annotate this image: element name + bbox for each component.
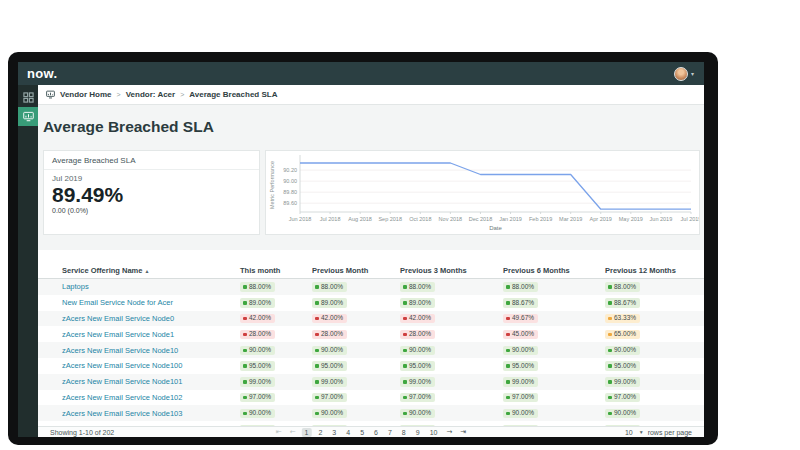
sort-ascending-icon: ▲ bbox=[144, 268, 149, 274]
page-number-3[interactable]: 3 bbox=[329, 428, 339, 437]
status-dot-icon bbox=[243, 301, 247, 305]
user-menu[interactable]: ▾ bbox=[674, 67, 694, 81]
service-offering-link[interactable]: zAcers New Email Service Node102 bbox=[62, 393, 240, 402]
left-icon-sidebar bbox=[18, 85, 38, 437]
status-dot-icon bbox=[506, 396, 510, 400]
pagination: ⇤←12345678910→⇥ bbox=[274, 428, 468, 437]
service-offering-link[interactable]: zAcers New Email Service Node100 bbox=[62, 361, 240, 370]
table-row: zAcers New Email Service Node10199.00%99… bbox=[38, 374, 704, 390]
status-dot-icon bbox=[403, 380, 407, 384]
metric-badge-good: 89.00% bbox=[400, 298, 435, 308]
page-number-4[interactable]: 4 bbox=[343, 428, 353, 437]
now-logo: now. bbox=[27, 67, 57, 80]
breadcrumb-vendor-acer[interactable]: Vendor: Acer bbox=[126, 90, 176, 99]
status-dot-icon bbox=[506, 380, 510, 384]
status-dot-icon bbox=[608, 364, 612, 368]
sidebar-item-performance-analytics[interactable] bbox=[18, 107, 38, 126]
page-number-1[interactable]: 1 bbox=[302, 428, 312, 437]
kpi-value: 89.49% bbox=[52, 184, 251, 206]
sidebar-item-apps[interactable] bbox=[18, 88, 38, 107]
status-dot-icon bbox=[608, 349, 612, 353]
page-number-7[interactable]: 7 bbox=[385, 428, 395, 437]
metric-badge-good: 88.67% bbox=[503, 298, 538, 308]
chevron-down-icon[interactable]: ▼ bbox=[639, 429, 644, 435]
service-offering-link[interactable]: zAcers New Email Service Node101 bbox=[62, 377, 240, 386]
status-dot-icon bbox=[243, 380, 247, 384]
last-page-button[interactable]: ⇥ bbox=[458, 428, 468, 436]
page-number-5[interactable]: 5 bbox=[357, 428, 367, 437]
service-offering-link[interactable]: Laptops bbox=[62, 282, 240, 291]
column-header-this-month[interactable]: This month bbox=[240, 266, 312, 275]
status-dot-icon bbox=[403, 396, 407, 400]
status-dot-icon bbox=[243, 349, 247, 353]
status-dot-icon bbox=[403, 364, 407, 368]
metric-badge-good: 89.00% bbox=[240, 298, 275, 308]
metric-badge-bad: 28.00% bbox=[312, 330, 347, 340]
svg-text:Feb 2019: Feb 2019 bbox=[529, 216, 552, 222]
svg-text:Jun 2019: Jun 2019 bbox=[650, 216, 673, 222]
rows-per-page-select[interactable]: 10 bbox=[623, 429, 635, 436]
svg-text:90.00: 90.00 bbox=[283, 178, 297, 184]
metric-badge-good: 95.00% bbox=[240, 361, 275, 371]
kpi-scorecard: Average Breached SLA Jul 2019 89.49% 0.0… bbox=[43, 150, 260, 235]
page-number-6[interactable]: 6 bbox=[371, 428, 381, 437]
page-number-9[interactable]: 9 bbox=[413, 428, 423, 437]
breadcrumb-average-breached-sla[interactable]: Average Breached SLA bbox=[189, 90, 277, 99]
metric-badge-good: 99.00% bbox=[503, 377, 538, 387]
metric-badge-bad: 42.00% bbox=[312, 314, 347, 324]
page-number-8[interactable]: 8 bbox=[399, 428, 409, 437]
breadcrumb: Vendor Home > Vendor: Acer > Average Bre… bbox=[38, 85, 704, 105]
status-dot-icon bbox=[403, 333, 407, 337]
next-page-button[interactable]: → bbox=[444, 428, 454, 436]
metric-badge-good: 97.00% bbox=[400, 393, 435, 403]
metric-badge-good: 95.00% bbox=[312, 361, 347, 371]
table-row: Laptops88.00%88.00%88.00%88.00%88.00% bbox=[38, 279, 704, 295]
table-row: New Email Service Node for Acer89.00%89.… bbox=[38, 295, 704, 311]
metric-badge-good: 95.00% bbox=[503, 361, 538, 371]
table-row: zAcers New Email Service Node10297.00%97… bbox=[38, 390, 704, 406]
svg-text:Oct 2018: Oct 2018 bbox=[409, 216, 431, 222]
status-dot-icon bbox=[315, 301, 319, 305]
user-avatar[interactable] bbox=[674, 67, 688, 81]
metric-badge-good: 90.00% bbox=[503, 346, 538, 356]
service-offering-link[interactable]: zAcers New Email Service Node10 bbox=[62, 346, 240, 355]
metric-badge-bad: 49.67% bbox=[503, 314, 538, 324]
metric-badge-good: 97.00% bbox=[240, 393, 275, 403]
column-header-previous-3-months[interactable]: Previous 3 Months bbox=[400, 266, 503, 275]
grid-icon bbox=[23, 92, 34, 103]
service-offering-link[interactable]: New Email Service Node for Acer bbox=[62, 298, 240, 307]
status-dot-icon bbox=[608, 396, 612, 400]
metric-performance-chart: 89.6089.8090.0090.20Jun 2018Jul 2018Aug … bbox=[265, 150, 700, 235]
breadcrumb-separator: > bbox=[117, 91, 121, 98]
column-header-previous-month[interactable]: Previous Month bbox=[312, 266, 400, 275]
table-row: zAcers New Email Service Node1090.00%90.… bbox=[38, 342, 704, 358]
page-number-2[interactable]: 2 bbox=[315, 428, 325, 437]
first-page-button[interactable]: ⇤ bbox=[274, 428, 284, 436]
column-header-previous-6-months[interactable]: Previous 6 Months bbox=[503, 266, 605, 275]
metric-badge-good: 99.00% bbox=[312, 377, 347, 387]
status-dot-icon bbox=[403, 301, 407, 305]
page-number-10[interactable]: 10 bbox=[427, 428, 441, 437]
status-dot-icon bbox=[315, 412, 319, 416]
breadcrumb-vendor-home[interactable]: Vendor Home bbox=[60, 90, 112, 99]
column-header-previous-12-months[interactable]: Previous 12 Months bbox=[605, 266, 704, 275]
showing-count-label: Showing 1-10 of 202 bbox=[50, 429, 114, 436]
metric-badge-warn: 63.33% bbox=[605, 314, 640, 324]
metric-badge-good: 88.00% bbox=[503, 282, 538, 292]
kpi-title: Average Breached SLA bbox=[44, 151, 259, 170]
service-offering-link[interactable]: zAcers New Email Service Node1 bbox=[62, 330, 240, 339]
metric-badge-good: 88.00% bbox=[312, 282, 347, 292]
svg-text:Jul 2018: Jul 2018 bbox=[320, 216, 341, 222]
previous-page-button[interactable]: ← bbox=[288, 428, 298, 436]
service-offering-link[interactable]: zAcers New Email Service Node103 bbox=[62, 409, 240, 418]
rows-per-page-label: rows per page bbox=[648, 429, 692, 436]
table-header-row: Service Offering Name▲This monthPrevious… bbox=[38, 262, 704, 279]
svg-text:Sep 2018: Sep 2018 bbox=[378, 216, 402, 222]
metric-badge-good: 90.00% bbox=[240, 346, 275, 356]
service-offering-link[interactable]: zAcers New Email Service Node0 bbox=[62, 314, 240, 323]
metric-badge-bad: 28.00% bbox=[240, 330, 275, 340]
column-header-service-offering-name[interactable]: Service Offering Name▲ bbox=[62, 266, 240, 275]
svg-text:Dec 2018: Dec 2018 bbox=[469, 216, 493, 222]
browser-window-frame: now. ▾ bbox=[8, 52, 718, 445]
table-row: zAcers New Email Service Node10390.00%90… bbox=[38, 405, 704, 421]
